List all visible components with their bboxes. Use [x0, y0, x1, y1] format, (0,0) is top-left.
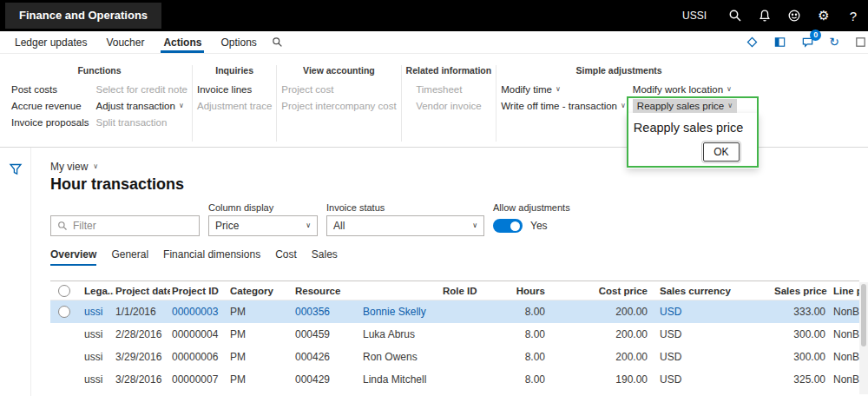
message-center-icon[interactable]: 0 — [801, 36, 814, 49]
cell-cost-price: 200.00 — [549, 351, 651, 363]
col-hours[interactable]: Hours — [506, 286, 549, 296]
refresh-icon[interactable]: ↻ — [829, 36, 839, 49]
ok-button[interactable]: OK — [703, 142, 740, 162]
tab-overview[interactable]: Overview — [50, 248, 96, 266]
cell-cost-price: 190.00 — [549, 373, 651, 386]
cell-category: PM — [228, 373, 293, 386]
write-off-time-button[interactable]: Write off time - transaction ∨ — [501, 99, 626, 113]
cell-legal-entity[interactable]: ussi — [82, 328, 114, 340]
appbar-right-icons: 0 ↻ — [746, 36, 868, 49]
cell-resource-name[interactable]: Bonnie Skelly — [361, 306, 441, 318]
accrue-revenue-button[interactable]: Accrue revenue — [11, 99, 82, 113]
ribbon-group-related-information: Related information Timesheet Vendor inv… — [401, 65, 496, 142]
adjustment-trace-button: Adjustment trace — [197, 99, 272, 113]
open-in-office-icon[interactable] — [746, 36, 759, 49]
cell-sales-currency[interactable]: USD — [651, 351, 773, 363]
modify-time-button[interactable]: Modify time ∨ — [501, 82, 561, 96]
cell-project-date: 2/28/2016 — [114, 328, 170, 340]
cell-resource-name[interactable]: Luka Abrus — [361, 328, 441, 340]
cell-sales-currency[interactable]: USD — [651, 373, 773, 386]
tab-cost[interactable]: Cost — [275, 248, 297, 266]
col-project-date[interactable]: Project date — [114, 286, 170, 296]
cell-hours: 8.00 — [506, 373, 549, 386]
allow-adjustments-value: Yes — [530, 220, 548, 232]
cell-sales-currency[interactable]: USD — [651, 328, 773, 340]
cell-project-id[interactable]: 00000007 — [170, 373, 228, 386]
col-legal-entity[interactable]: Lega... — [82, 286, 114, 296]
tab-voucher[interactable]: Voucher — [103, 31, 147, 53]
table-row[interactable]: ussi 2/28/2016 00000004 PM 000459 Luka A… — [50, 323, 859, 346]
cell-project-id[interactable]: 00000004 — [170, 328, 228, 340]
view-selector[interactable]: My view ∨ — [50, 148, 98, 173]
chevron-down-icon: ∨ — [556, 86, 561, 93]
invoice-status-select[interactable]: All ∨ — [326, 215, 484, 236]
cell-project-id[interactable]: 00000006 — [170, 351, 228, 363]
allow-adjustments-toggle[interactable] — [493, 219, 523, 233]
col-category[interactable]: Category — [228, 286, 293, 296]
group-title: View accounting — [303, 65, 375, 76]
col-resource[interactable]: Resource — [293, 286, 361, 296]
col-sales-price[interactable]: Sales price — [773, 286, 829, 296]
cell-sales-price: 300.00 — [773, 351, 829, 363]
tab-options[interactable]: Options — [218, 31, 259, 53]
col-cost-price[interactable]: Cost price — [549, 286, 651, 296]
filter-funnel-icon[interactable] — [9, 162, 23, 176]
scrollbar-thumb[interactable] — [861, 284, 866, 346]
cell-resource-id[interactable]: 000426 — [293, 351, 361, 363]
cell-resource-id[interactable]: 000429 — [293, 373, 361, 386]
cell-legal-entity[interactable]: ussi — [82, 373, 114, 386]
expand-icon[interactable] — [854, 36, 867, 49]
cell-legal-entity[interactable]: ussi — [82, 351, 114, 363]
search-icon[interactable] — [272, 36, 283, 48]
search-icon[interactable] — [720, 0, 750, 31]
col-role-id[interactable]: Role ID — [441, 286, 506, 296]
invoice-proposals-button[interactable]: Invoice proposals — [11, 116, 89, 129]
group-title: Functions — [77, 65, 121, 76]
chevron-down-icon: ∨ — [727, 86, 732, 93]
cell-resource-name[interactable]: Ron Owens — [361, 351, 441, 363]
cell-resource-name[interactable]: Linda Mitchell — [361, 373, 441, 386]
col-sales-currency[interactable]: Sales currency — [651, 286, 773, 296]
col-project-id[interactable]: Project ID — [170, 286, 228, 296]
cell-cost-price: 200.00 — [549, 328, 651, 340]
tab-financial-dimensions[interactable]: Financial dimensions — [163, 248, 260, 266]
column-display-select[interactable]: Price ∨ — [208, 215, 318, 236]
settings-gear-icon[interactable]: ⚙ — [809, 0, 838, 31]
tab-sales[interactable]: Sales — [312, 248, 338, 266]
group-title: Inquiries — [215, 65, 253, 76]
main-area: My view ∨ Hour transactions Column displ… — [0, 148, 868, 396]
help-icon[interactable]: ? — [838, 0, 868, 31]
row-select-circle[interactable] — [58, 306, 70, 318]
table-row[interactable]: ussi 3/28/2016 00000007 PM 000429 Linda … — [50, 368, 859, 391]
tab-general[interactable]: General — [111, 248, 148, 266]
filter-input[interactable] — [73, 220, 193, 232]
side-panel-icon[interactable] — [773, 36, 786, 49]
feedback-smiley-icon[interactable] — [779, 0, 809, 31]
notifications-bell-icon[interactable] — [750, 0, 779, 31]
cell-hours: 8.00 — [506, 351, 549, 363]
select-all-circle[interactable] — [58, 285, 70, 297]
vendor-invoice-button: Vendor invoice — [416, 99, 481, 113]
adjust-transaction-button[interactable]: Adjust transaction ∨ — [96, 99, 184, 113]
cell-sales-currency[interactable]: USD — [651, 306, 773, 318]
app-title[interactable]: Finance and Operations — [5, 3, 161, 29]
invoice-status-field: Invoice status All ∨ — [326, 202, 484, 236]
vertical-scrollbar[interactable] — [859, 282, 868, 394]
tab-actions[interactable]: Actions — [161, 31, 204, 53]
tab-ledger-updates[interactable]: Ledger updates — [12, 31, 89, 53]
modify-work-location-button[interactable]: Modify work location ∨ — [633, 82, 732, 96]
col-line-property[interactable]: Line p ⋮ — [829, 285, 859, 297]
ribbon-group-simple-adjustments: Simple adjustments Modify time ∨ Write o… — [496, 65, 741, 142]
company-picker[interactable]: USSI — [668, 10, 720, 22]
cell-project-id[interactable]: 00000003 — [170, 306, 228, 318]
table-row[interactable]: ussi 1/1/2016 00000003 PM 000356 Bonnie … — [50, 300, 859, 323]
cell-resource-id[interactable]: 000459 — [293, 328, 361, 340]
table-row[interactable]: ussi 3/29/2016 00000006 PM 000426 Ron Ow… — [50, 346, 859, 368]
cell-project-date: 1/1/2016 — [114, 306, 170, 318]
invoice-lines-button[interactable]: Invoice lines — [197, 82, 252, 96]
reapply-sales-price-button[interactable]: Reapply sales price ∨ — [633, 99, 737, 113]
cell-legal-entity[interactable]: ussi — [82, 306, 114, 318]
post-costs-button[interactable]: Post costs — [11, 82, 57, 96]
cell-line-property: NonB — [829, 328, 859, 340]
cell-resource-id[interactable]: 000356 — [293, 306, 361, 318]
